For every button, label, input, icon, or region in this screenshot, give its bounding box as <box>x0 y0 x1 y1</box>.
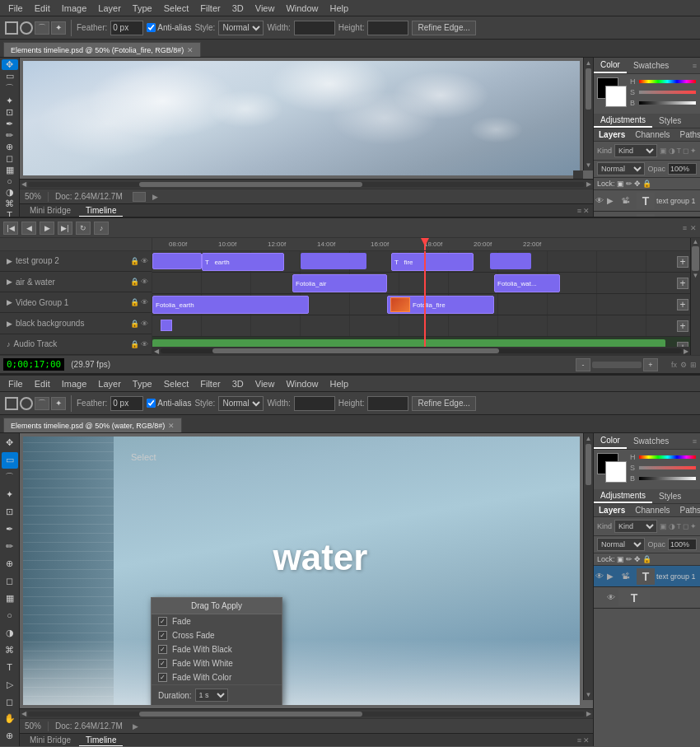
tool2-lasso[interactable]: ⌒ <box>35 397 49 410</box>
blend-mode-select[interactable]: Normal <box>597 162 645 175</box>
clip-fotolia-fire[interactable]: Fotolia_fire <box>387 296 494 314</box>
dodge-tool[interactable]: ◑ <box>2 187 18 198</box>
width-input[interactable] <box>294 21 335 35</box>
h-slider[interactable] <box>638 79 697 84</box>
filter-pixel-2[interactable]: ▣ <box>660 522 667 530</box>
nav-icon-1[interactable]: ▶ <box>152 193 158 201</box>
channels-tab[interactable]: Channels <box>630 128 674 141</box>
color-tab[interactable]: Color <box>594 58 627 73</box>
vertical-scrollbar-2[interactable]: ▲ ▼ <box>583 433 593 700</box>
pen-tool-2[interactable]: ⌘ <box>2 642 18 658</box>
track-lock-4[interactable]: 🔒 <box>130 320 139 328</box>
s-slider[interactable] <box>638 90 697 95</box>
track-lock-2[interactable]: 🔒 <box>130 278 139 286</box>
scroll-up-2[interactable]: ▲ <box>584 433 593 442</box>
marquee-ellipse-tool[interactable] <box>20 21 33 35</box>
tl-expand[interactable]: ⊞ <box>690 361 697 369</box>
scroll-right-2[interactable]: ▶ <box>586 710 591 717</box>
h-scroll-thumb-2[interactable] <box>139 712 362 717</box>
eyedropper-tool-2[interactable]: ✒ <box>2 521 18 538</box>
panel-close-1[interactable]: ✕ <box>583 207 590 215</box>
track-vis-3[interactable]: 👁 <box>141 298 148 306</box>
magic-wand-tool-2[interactable]: ✦ <box>2 487 18 503</box>
expand-airwater[interactable]: ▶ <box>7 278 12 286</box>
tl-play[interactable]: ▶ <box>40 222 54 235</box>
lock-position-2[interactable]: ✥ <box>634 555 641 563</box>
tl-audio[interactable]: ♪ <box>94 222 109 235</box>
menu2-3d[interactable]: 3D <box>227 377 249 390</box>
track-add-4[interactable]: + <box>677 320 688 332</box>
menu2-edit[interactable]: Edit <box>30 377 55 390</box>
layer-item-sub-t-2[interactable]: 👁 T <box>594 587 700 609</box>
menu-type[interactable]: Type <box>128 2 157 15</box>
clip-mid-1[interactable] <box>301 253 366 269</box>
move-tool-2[interactable]: ✥ <box>2 435 18 451</box>
track-add-audio[interactable]: + <box>677 342 688 348</box>
tl-zoom-out[interactable]: - <box>576 358 590 371</box>
lock-transparent-2[interactable]: ▣ <box>617 555 624 563</box>
blend-mode-select-2[interactable]: Normal <box>597 538 645 551</box>
expand-testgroup2[interactable]: ▶ <box>7 257 12 265</box>
lock-transparent[interactable]: ▣ <box>617 180 624 188</box>
track-add-1[interactable]: + <box>677 256 688 268</box>
h-scrollbar-1[interactable]: ◀ ▶ <box>20 179 593 189</box>
track-lock-3[interactable]: 🔒 <box>130 298 139 306</box>
scroll-down-2[interactable]: ▼ <box>584 691 593 698</box>
menu2-type[interactable]: Type <box>128 377 157 390</box>
track-vis-5[interactable]: 👁 <box>141 340 148 348</box>
menu2-window[interactable]: Window <box>281 377 323 390</box>
tl-scroll-right[interactable]: ▶ <box>684 348 688 355</box>
mini-tab-timeline-2[interactable]: Timeline <box>79 735 123 746</box>
magic-wand-tool[interactable]: ✦ <box>2 96 18 106</box>
scroll-down-1[interactable]: ▼ <box>584 160 593 169</box>
tl-scroll-thumb[interactable] <box>212 348 499 353</box>
mini-tab-bridge-1[interactable]: Mini Bridge <box>23 205 77 216</box>
duration-select[interactable]: 1 s <box>195 689 228 702</box>
opacity-input[interactable] <box>668 163 697 175</box>
checkbox-crossfade[interactable]: ✓ <box>158 631 167 640</box>
b-slider[interactable] <box>638 100 697 105</box>
scroll-thumb-2[interactable] <box>586 444 591 485</box>
menu2-view[interactable]: View <box>250 377 280 390</box>
document-tab-2[interactable]: Elements timeline.psd @ 50% (water, RGB/… <box>3 418 182 432</box>
menu2-image[interactable]: Image <box>57 377 92 390</box>
marquee-lasso-tool[interactable]: ⌒ <box>35 21 49 35</box>
blur-tool-2[interactable]: ○ <box>2 607 18 623</box>
playhead[interactable] <box>424 251 426 347</box>
tl-vscroll-thumb[interactable] <box>692 246 699 271</box>
gradient-tool[interactable]: ▦ <box>2 165 18 175</box>
blackbg-clip[interactable] <box>161 320 172 331</box>
adjustments-tab-2[interactable]: Adjustments <box>594 489 652 503</box>
marquee-rect-tool[interactable] <box>5 21 18 35</box>
scroll-left-2[interactable]: ◀ <box>21 710 26 717</box>
drag-item-crossfade[interactable]: ✓ Cross Fade <box>152 628 282 642</box>
track-vis-1[interactable]: 👁 <box>141 257 148 265</box>
tl-first-frame[interactable]: |◀ <box>3 222 18 235</box>
document-tab-1[interactable]: Elements timeline.psd @ 50% (Fotolia_fir… <box>3 42 201 57</box>
h-scrollbar-2[interactable]: ◀ ▶ <box>20 708 593 718</box>
tl-scroll-left[interactable]: ◀ <box>154 348 159 355</box>
expand-blackbg[interactable]: ▶ <box>7 320 12 328</box>
kind-select-2[interactable]: Kind <box>614 520 656 533</box>
brush-tool-2[interactable]: ✏ <box>2 539 18 555</box>
filter-smart[interactable]: ✦ <box>690 147 697 155</box>
scroll-right-1[interactable]: ▶ <box>586 180 591 188</box>
eraser-tool[interactable]: ◻ <box>2 153 18 164</box>
opacity-input-2[interactable] <box>668 539 697 550</box>
height-input-2[interactable] <box>367 396 408 411</box>
menu2-select[interactable]: Select <box>159 377 194 390</box>
drag-item-fade-color[interactable]: ✓ Fade With Color <box>152 670 282 684</box>
zoom-tool-2[interactable]: ⊕ <box>2 728 18 745</box>
filter-type-2[interactable]: T <box>677 522 682 530</box>
tl-next-frame[interactable]: ▶| <box>58 222 72 235</box>
checkbox-fade-color[interactable]: ✓ <box>158 673 167 682</box>
menu-help[interactable]: Help <box>325 2 354 15</box>
panel-collapse-1[interactable]: ≡ <box>577 207 581 215</box>
tab-close-2[interactable]: ✕ <box>168 422 175 430</box>
filter-adjust-2[interactable]: ◑ <box>669 522 675 530</box>
feather-input[interactable] <box>110 21 143 35</box>
layers-tab[interactable]: Layers <box>594 128 630 141</box>
s-slider-2[interactable] <box>638 465 697 470</box>
drag-item-fade-black[interactable]: ✓ Fade With Black <box>152 642 282 656</box>
tool2-rect[interactable] <box>5 397 18 410</box>
